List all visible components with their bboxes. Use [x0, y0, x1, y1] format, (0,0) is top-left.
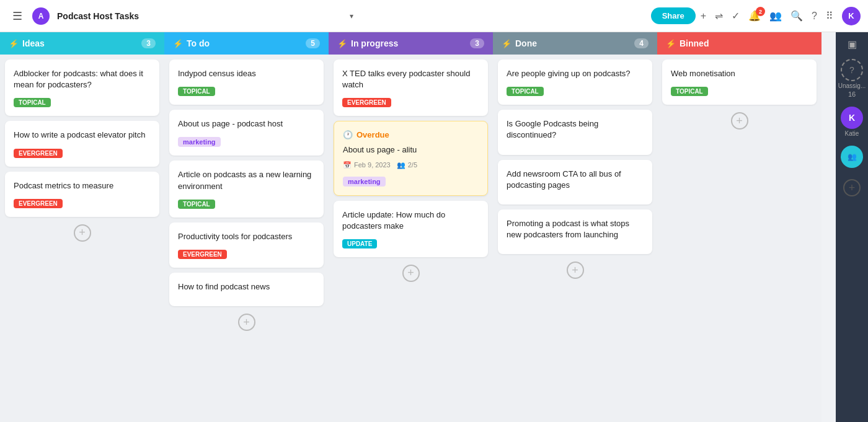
card-tag: marketing: [178, 137, 221, 147]
card-tag: TOPICAL: [671, 87, 708, 96]
col-label: In progress: [351, 38, 398, 48]
card[interactable]: Promoting a podcast is what stops new po…: [498, 209, 652, 254]
column-inprogress: ⚡ In progress 3 X TED talks every podcas…: [329, 32, 493, 422]
overdue-label: Overdue: [356, 130, 389, 139]
card[interactable]: About us page - podcast host marketing: [169, 110, 324, 156]
col-icon: ⚡: [337, 39, 347, 48]
card-title: Indypod census ideas: [178, 68, 315, 79]
card-tag: marketing: [343, 177, 386, 187]
card-tag: TOPICAL: [507, 87, 544, 96]
card[interactable]: Indypod census ideas TOPICAL: [169, 59, 324, 105]
column-body-todo: Indypod census ideas TOPICAL About us pa…: [164, 55, 329, 422]
card[interactable]: Web monetisation TOPICAL: [662, 59, 817, 105]
add-member-button[interactable]: +: [843, 179, 861, 196]
card[interactable]: 🕐 Overdue About us page - alitu 📅 Feb 9,…: [334, 121, 488, 195]
card-tag: EVERGREEN: [342, 98, 391, 107]
card-title: Promoting a podcast is what stops new po…: [507, 218, 644, 240]
card-title: Web monetisation: [671, 68, 808, 79]
column-ideas: ⚡ Ideas 3 Adblocker for podcasts: what d…: [0, 32, 164, 422]
workspace-logo: A: [32, 7, 50, 25]
unassigned-count: 16: [848, 90, 856, 98]
column-header-done: ⚡ Done 4: [493, 32, 657, 55]
card-title: How to write a podcast elevator pitch: [14, 130, 151, 141]
share-button[interactable]: Share: [651, 7, 696, 24]
member-k-label: Katie: [845, 130, 859, 137]
card-title: Article update: How much do podcasters m…: [342, 209, 479, 232]
card-title: Productivity tools for podcasters: [178, 231, 315, 242]
card[interactable]: Podcast metrics to measure EVERGREEN: [5, 172, 159, 217]
add-card-button-ideas[interactable]: +: [74, 224, 91, 242]
col-count: 3: [470, 38, 484, 48]
top-navigation: ☰ A Podcast Host Tasks ▾ Share + ⇌ ✓ 🔔 2…: [0, 0, 868, 32]
board-container: ⚡ Ideas 3 Adblocker for podcasts: what d…: [0, 32, 868, 422]
card-subtasks: 👥 2/5: [397, 161, 417, 169]
layout-toggle-icon[interactable]: ▣: [848, 38, 857, 50]
team-avatar[interactable]: 👥: [841, 146, 863, 168]
column-header-ideas: ⚡ Ideas 3: [0, 32, 164, 55]
card-title: Podcast metrics to measure: [14, 180, 151, 191]
card-title: Add newsroom CTA to all bus of podcastin…: [507, 169, 644, 191]
add-icon[interactable]: +: [701, 11, 706, 22]
card-title: Is Google Podcasts being discontinued?: [507, 118, 644, 141]
card-title: About us page - alitu: [343, 144, 479, 156]
user-avatar[interactable]: K: [842, 7, 861, 25]
unassigned-group: ? Unassig... 16: [838, 59, 866, 98]
card[interactable]: Add newsroom CTA to all bus of podcastin…: [498, 160, 652, 204]
column-binned: ⚡ Binned Web monetisation TOPICAL +: [657, 32, 822, 422]
card[interactable]: Article update: How much do podcasters m…: [334, 201, 488, 257]
add-card-button-todo[interactable]: +: [238, 314, 255, 331]
col-label: Done: [515, 38, 537, 48]
col-label: Ideas: [22, 38, 45, 48]
card-tag: TOPICAL: [178, 200, 215, 209]
unassigned-label: Unassig...: [838, 82, 866, 89]
calendar-icon: 📅: [343, 161, 352, 169]
right-sidebar: ▣ ? Unassig... 16 K Katie 👥 +: [836, 32, 868, 422]
add-card-button-inprogress[interactable]: +: [402, 265, 420, 282]
title-caret[interactable]: ▾: [350, 12, 353, 20]
columns-area: ⚡ Ideas 3 Adblocker for podcasts: what d…: [0, 32, 836, 422]
card[interactable]: Is Google Podcasts being discontinued?: [498, 110, 652, 154]
apps-grid-icon[interactable]: ⠿: [826, 10, 833, 22]
clock-icon: 🕐: [343, 130, 353, 139]
card-tag: TOPICAL: [14, 98, 51, 107]
card-title: Are people giving up on podcasts?: [507, 68, 644, 79]
col-label: To do: [187, 38, 210, 48]
check-icon[interactable]: ✓: [732, 10, 740, 22]
overdue-header: 🕐 Overdue: [343, 130, 479, 139]
card[interactable]: Productivity tools for podcasters EVERGR…: [169, 222, 324, 268]
col-label: Binned: [680, 38, 709, 48]
card-title: How to find podcast news: [178, 281, 315, 292]
col-icon: ⚡: [9, 39, 19, 48]
col-icon: ⚡: [666, 39, 676, 48]
card[interactable]: X TED talks every podcaster should watch…: [334, 59, 488, 116]
card-title: About us page - podcast host: [178, 118, 315, 130]
card-date: 📅 Feb 9, 2023: [343, 161, 391, 169]
card[interactable]: How to write a podcast elevator pitch EV…: [5, 121, 159, 166]
card-meta: 📅 Feb 9, 2023 👥 2/5: [343, 161, 479, 169]
unassigned-avatar[interactable]: ?: [841, 59, 863, 81]
card[interactable]: Article on podcasts as a new learning en…: [169, 160, 324, 217]
card-tag: UPDATE: [342, 239, 377, 248]
column-header-binned: ⚡ Binned: [657, 32, 822, 55]
card-title: X TED talks every podcaster should watch: [342, 68, 479, 90]
hamburger-menu[interactable]: ☰: [7, 7, 27, 25]
card[interactable]: Are people giving up on podcasts? TOPICA…: [498, 59, 652, 105]
card-tag: EVERGREEN: [14, 199, 63, 208]
column-header-todo: ⚡ To do 5: [164, 32, 329, 55]
card-title: Adblocker for podcasts: what does it mea…: [14, 68, 151, 90]
add-card-button-done[interactable]: +: [567, 262, 584, 279]
subtask-icon: 👥: [397, 161, 405, 169]
add-card-button-binned[interactable]: +: [731, 112, 748, 130]
search-icon[interactable]: 🔍: [790, 10, 803, 22]
people-icon[interactable]: 👥: [769, 10, 782, 22]
help-icon[interactable]: ?: [812, 11, 817, 22]
card[interactable]: Adblocker for podcasts: what does it mea…: [5, 59, 159, 116]
filter-icon[interactable]: ⇌: [715, 10, 723, 22]
column-todo: ⚡ To do 5 Indypod census ideas TOPICAL A…: [164, 32, 329, 422]
card-title: Article on podcasts as a new learning en…: [178, 169, 315, 191]
member-k-avatar[interactable]: K: [841, 107, 863, 129]
card-tag: TOPICAL: [178, 87, 215, 96]
notification-bell[interactable]: 🔔 2: [748, 10, 761, 22]
column-body-binned: Web monetisation TOPICAL +: [657, 55, 822, 422]
card[interactable]: How to find podcast news: [169, 273, 324, 306]
